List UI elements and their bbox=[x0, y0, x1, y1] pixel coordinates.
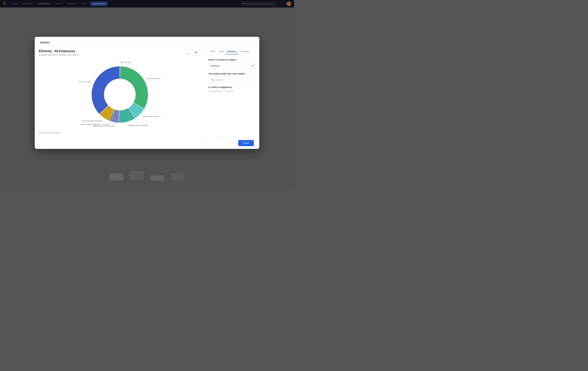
chevron-down-icon: ▾ bbox=[252, 65, 253, 67]
modal-header: Explore bbox=[35, 37, 259, 46]
modal-overlay: Explore Ethnicity - All Employees Exclud… bbox=[0, 0, 294, 186]
search-icon: 🔍 bbox=[211, 78, 214, 81]
panel-tabs: Filter Add Replace Compare bbox=[209, 49, 256, 54]
column-search-box[interactable]: 🔍 bbox=[209, 77, 256, 83]
donut-chart: (Null) - 1 (0.11%)Asian - 293 (33.3%)Bla… bbox=[79, 59, 161, 130]
chart-title: Ethnicity - All Employees bbox=[39, 49, 201, 53]
tab-filter[interactable]: Filter bbox=[209, 49, 217, 54]
modal-footer: Close bbox=[35, 137, 259, 149]
tab-replace[interactable]: Replace bbox=[225, 49, 238, 54]
svg-text:(Null) - 1 (0.11%): (Null) - 1 (0.11%) bbox=[120, 61, 131, 63]
column-dropdown[interactable]: Ethnicity ▾ bbox=[209, 63, 256, 69]
svg-line-13 bbox=[109, 122, 110, 124]
svg-text:Hispanic or Latinx - 85 (9.66%: Hispanic or Latinx - 85 (9.66%) bbox=[128, 124, 148, 126]
suggestions-label: or select a suggestion bbox=[209, 86, 256, 88]
svg-text:Two or more races - 60 (6.82%): Two or more races - 60 (6.82%) bbox=[82, 120, 102, 122]
svg-text:Native Hawaiian or Other Pacif: Native Hawaiian or Other Pacif... - 9 (1… bbox=[81, 124, 109, 125]
explore-title: Explore bbox=[40, 41, 254, 44]
svg-line-11 bbox=[114, 123, 115, 125]
pin-button[interactable]: Pin bbox=[192, 49, 201, 55]
svg-line-5 bbox=[145, 79, 147, 80]
svg-line-9 bbox=[127, 122, 128, 124]
svg-line-7 bbox=[141, 114, 142, 116]
modal-body: Ethnicity - All Employees Excludes Contr… bbox=[35, 46, 259, 137]
tab-add[interactable]: Add bbox=[217, 49, 225, 54]
select-column-label: Select a column to replace bbox=[209, 58, 256, 61]
donut-chart-wrapper: (Null) - 1 (0.11%)Asian - 293 (33.3%)Bla… bbox=[39, 59, 201, 130]
chart-footer: Showing 8 of 8 data points bbox=[39, 130, 201, 134]
replace-label: And replace with your own column bbox=[209, 72, 256, 75]
svg-line-15 bbox=[102, 118, 104, 120]
chart-area: Ethnicity - All Employees Excludes Contr… bbox=[35, 46, 205, 137]
column-search-input[interactable] bbox=[215, 78, 253, 81]
more-options-button[interactable]: ... bbox=[184, 49, 190, 55]
svg-text:Black or African American - 66: Black or African American - 66 (7.5%) bbox=[143, 116, 161, 117]
svg-text:Asian - 293 (33.3%): Asian - 293 (33.3%) bbox=[148, 77, 160, 79]
explore-modal: Explore Ethnicity - All Employees Exclud… bbox=[35, 37, 259, 149]
svg-line-17 bbox=[91, 82, 93, 83]
tab-compare[interactable]: Compare bbox=[238, 49, 251, 54]
no-suggestions-text: No suggestions to display bbox=[209, 90, 256, 92]
right-panel: Filter Add Replace Compare Select a colu… bbox=[205, 46, 259, 137]
selected-column-value: Ethnicity bbox=[211, 65, 219, 67]
chart-actions: ... Pin bbox=[184, 49, 201, 55]
svg-text:White - 327 (37.16%): White - 327 (37.16%) bbox=[79, 81, 90, 83]
close-button[interactable]: Close bbox=[238, 140, 254, 146]
svg-point-2 bbox=[104, 79, 136, 110]
chart-subtitle: Excludes Contractors, Advisors, and Inte… bbox=[39, 54, 201, 56]
